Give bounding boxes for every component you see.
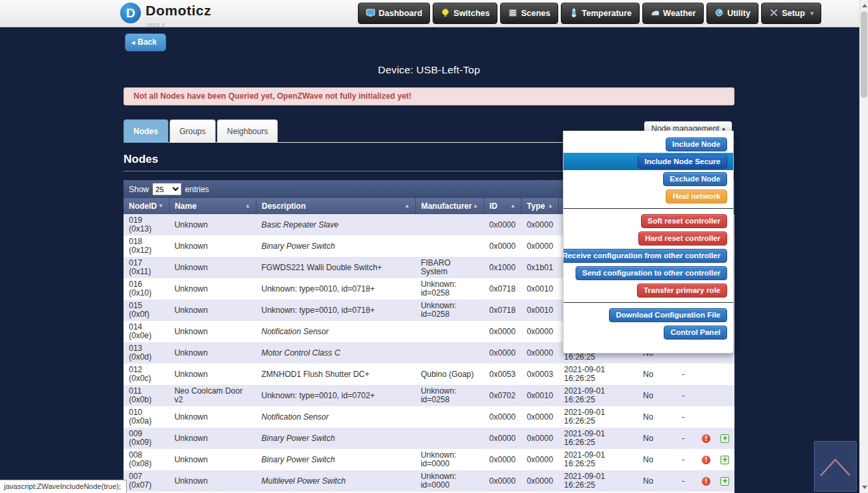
back-button-label: Back [138, 37, 157, 47]
column-header-type[interactable]: Type▲ [521, 198, 559, 214]
column-header-name[interactable]: Name▲ [169, 198, 256, 214]
cell-name: Unknown [169, 257, 256, 278]
table-row[interactable]: 008 (0x08)UnknownBinary Power SwitchUnkn… [124, 449, 734, 470]
dropdown-item-exclude-node[interactable]: Exclude Node [663, 172, 727, 186]
cell-description: Notification Sensor [256, 406, 416, 428]
tab-groups[interactable]: Groups [170, 119, 216, 143]
cell-manufacturer: Qubino (Goap) [415, 364, 483, 385]
cell-last-seen: 2021-09-01 16:26:25 [559, 449, 638, 470]
column-header-nodeid[interactable]: NodeID▼ [124, 198, 169, 214]
dropdown-item-include-node-secure[interactable]: Include Node Secure [638, 155, 727, 169]
cell-add: + [715, 428, 734, 449]
scrollbar-down-arrow-icon[interactable] [862, 486, 867, 489]
dropdown-item-soft-reset-controller[interactable]: Soft reset controller [641, 214, 727, 228]
add-node-icon[interactable]: + [720, 456, 729, 464]
warning-banner: Not all Nodes have been Queried yet, Ope… [124, 87, 734, 105]
dropdown-item-download-configuration-file[interactable]: Download Configuration File [609, 308, 727, 322]
cell-manufacturer [415, 235, 483, 257]
nav-button-setup[interactable]: Setup▾ [761, 3, 821, 24]
cell-type: 0x0010 [521, 278, 559, 300]
cell-description: Multilevel Power Switch [256, 470, 416, 492]
temperature-icon [569, 8, 578, 19]
cell-id: 0x0718 [483, 278, 521, 300]
domoticz-logo-icon: D [120, 3, 141, 23]
dropdown-item-hard-reset-controller[interactable]: Hard reset controller [638, 231, 727, 245]
column-header-description[interactable]: Description▲ [256, 198, 416, 214]
cell-id: 0x0702 [483, 385, 521, 406]
cell-type: 0x0000 [521, 428, 559, 449]
cell-battery: - [670, 385, 696, 406]
column-header-manufacturer[interactable]: Manufacturer▲ [415, 198, 483, 214]
cell-state [696, 385, 715, 406]
entries-label: entries [185, 185, 209, 194]
dropdown-item-include-node[interactable]: Include Node [666, 137, 727, 151]
sort-desc-icon: ▼ [158, 203, 164, 209]
cell-battery: - [670, 428, 696, 449]
table-row[interactable]: 011 (0x0b)Neo Coolcam Door v2Unknown: ty… [124, 385, 734, 406]
cell-manufacturer: Unknown: id=0258 [415, 278, 483, 300]
cell-name: Unknown [169, 428, 256, 449]
cell-type: 0x0000 [521, 449, 559, 470]
cell-id: 0x0000 [483, 406, 521, 428]
back-button[interactable]: ◂ Back [125, 33, 166, 51]
dropdown-row: Receive configuration from other control… [564, 247, 733, 264]
nav-button-weather[interactable]: Weather [642, 3, 704, 24]
sort-asc-icon: ▲ [405, 203, 410, 209]
cell-battery: - [670, 364, 696, 385]
dropdown-item-transfer-primary-role[interactable]: Transfer primary role [637, 284, 727, 298]
nav-label: Temperature [582, 9, 632, 18]
table-row[interactable]: 009 (0x09)UnknownBinary Power Switch0x00… [124, 428, 734, 449]
caret-down-icon: ▾ [811, 10, 814, 17]
page-size-select[interactable]: 25 [152, 183, 182, 195]
cell-add [715, 385, 734, 406]
cell-nodeid: 011 (0x0b) [124, 385, 169, 406]
scenes-icon [508, 8, 517, 19]
cell-name: Unknown [169, 214, 256, 235]
cell-state [696, 406, 715, 428]
nav-button-switches[interactable]: Switches [433, 3, 497, 24]
scroll-to-top-button[interactable] [814, 441, 857, 492]
add-node-icon[interactable]: + [720, 434, 729, 443]
dropdown-item-receive-configuration-from-other-controller[interactable]: Receive configuration from other control… [563, 249, 727, 263]
nav-button-scenes[interactable]: Scenes [500, 3, 558, 24]
nav-label: Scenes [521, 9, 550, 18]
dropdown-row: Soft reset controller [564, 212, 733, 229]
table-row[interactable]: 012 (0x0c)UnknownZMNHOD1 Flush Shutter D… [124, 364, 734, 385]
nav-button-temperature[interactable]: Temperature [561, 3, 640, 24]
cell-id: 0x0718 [483, 300, 521, 321]
nav-button-dashboard[interactable]: Dashboard [358, 3, 430, 24]
switches-icon [441, 8, 450, 19]
vertical-scrollbar[interactable] [859, 0, 868, 493]
cell-nodeid: 007 (0x07) [124, 470, 169, 492]
cell-name: Unknown [169, 470, 256, 492]
dropdown-item-send-configuration-to-other-controller[interactable]: Send configuration to other controller [576, 266, 727, 280]
cell-description: Unknown: type=0010, id=0702+ [256, 385, 416, 406]
cell-last-seen: 2021-09-01 16:26:25 [559, 406, 638, 428]
tab-nodes[interactable]: Nodes [124, 119, 168, 143]
column-header-id[interactable]: ID▲ [483, 198, 521, 214]
sort-asc-icon: ▲ [473, 203, 478, 209]
cell-description: Basic Repeater Slave [256, 214, 416, 235]
node-failed-icon: ! [702, 477, 710, 486]
cell-manufacturer: FIBARO System [415, 257, 483, 278]
table-row[interactable]: 010 (0x0a)UnknownNotification Sensor0x00… [124, 406, 734, 428]
dropdown-item-control-panel[interactable]: Control Panel [664, 326, 727, 340]
cell-type: 0x1b01 [521, 257, 559, 278]
dropdown-item-heal-network[interactable]: Heal network [666, 189, 727, 203]
cell-manufacturer [415, 321, 483, 342]
dropdown-row: Exclude Node [564, 170, 733, 187]
tab-neighbours[interactable]: Neighbours [217, 119, 278, 143]
add-node-icon[interactable]: + [720, 477, 729, 486]
table-row[interactable]: 007 (0x07)UnknownMultilevel Power Switch… [124, 470, 734, 492]
domoticz-logo[interactable]: D Domoticz 2021.1 [120, 3, 212, 23]
scrollbar-up-arrow-icon[interactable] [862, 4, 867, 7]
cell-awake: No [638, 449, 670, 470]
scrollbar-thumb[interactable] [861, 11, 867, 98]
sort-asc-icon: ▲ [245, 203, 250, 209]
nav-label: Switches [453, 9, 489, 18]
nav-button-utility[interactable]: Utility [706, 3, 758, 24]
cell-manufacturer [415, 428, 483, 449]
cell-awake: No [638, 406, 670, 428]
nav-label: Utility [727, 9, 750, 18]
cell-name: Unknown [169, 235, 256, 257]
